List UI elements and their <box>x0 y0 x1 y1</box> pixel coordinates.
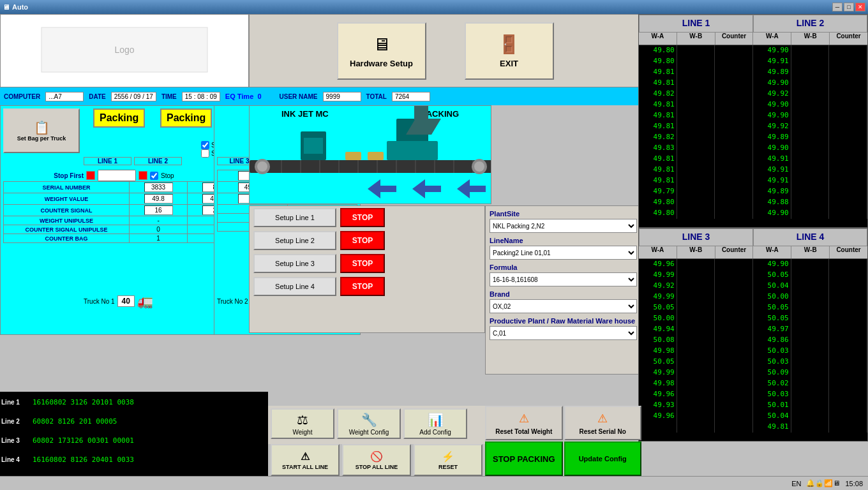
l3-wa: W-A <box>639 246 677 258</box>
line2-col-header: LINE 2 <box>134 157 182 165</box>
line-data-cell <box>677 132 715 143</box>
reset-serial-no-button[interactable]: ⚠ Reset Serial No <box>564 406 642 440</box>
line4-title: LINE 4 <box>753 228 867 246</box>
line-data-cell <box>677 281 715 292</box>
line-data-cell <box>791 302 830 313</box>
line-data-cell: 50.03 <box>753 357 791 368</box>
formula-select[interactable]: 16-16-8,161608 <box>490 272 637 286</box>
setup-line1-button[interactable]: Setup Line 1 <box>253 208 336 227</box>
counter-uni-row: COUNTER SIGNAL UNIPULSE 0 0 <box>4 225 246 234</box>
line12-panel: LINE 1 LINE 2 W-A W-B Counter W-A W-B Co… <box>638 14 868 228</box>
brand-select[interactable]: OX,02 <box>490 299 637 313</box>
line-data-cell: 49.91 <box>753 56 791 67</box>
reset-button[interactable]: ⚡ RESET <box>414 444 483 476</box>
add-config-button[interactable]: 📊 Add Config <box>403 408 467 439</box>
setup-line4-button[interactable]: Setup Line 4 <box>253 277 336 296</box>
update-config-button[interactable]: Update Config <box>564 442 642 476</box>
stop-check-2[interactable] <box>150 172 158 180</box>
line-data-cell: 49.81 <box>639 165 677 175</box>
line-data-cell <box>829 154 867 165</box>
line-data-cell <box>715 411 753 422</box>
line-data-row: 49.8149.92 <box>639 121 867 132</box>
line-data-cell: 49.81 <box>753 422 791 433</box>
line-data-cell: 49.96 <box>639 389 677 400</box>
setup-line2-button[interactable]: Setup Line 2 <box>253 231 336 250</box>
warning-icon-1: ⚠ <box>519 412 529 426</box>
counter-uni-l1: 0 <box>130 225 188 234</box>
weight-l1-input[interactable] <box>144 194 173 204</box>
weight-config-button[interactable]: 🔧 Weight Config <box>337 408 401 439</box>
line-data-cell: 50.03 <box>753 389 791 400</box>
stop-packing-button[interactable]: STOP PACKING <box>485 442 563 476</box>
line-name-select[interactable]: Packing2 Line 01,01 <box>490 246 637 260</box>
close-button[interactable]: ✕ <box>855 3 865 11</box>
line-data-cell: 49.80 <box>639 197 677 208</box>
system-time: 15:08 <box>845 480 863 487</box>
stop-all-line-button[interactable]: 🚫 STOP ALL LINE <box>342 444 411 476</box>
line-data-cell <box>677 208 715 219</box>
plant-site-select[interactable]: NKL Packing 2,N2 <box>490 219 637 233</box>
serial-l1 <box>130 182 188 193</box>
logo-svg: Logo <box>29 21 220 78</box>
exit-button[interactable]: 🚪 EXIT <box>465 22 554 80</box>
counter-l1-input[interactable] <box>144 205 173 215</box>
start-all-line-button[interactable]: ⚠ START ALL LINE <box>271 444 340 476</box>
line-data-cell <box>791 422 830 433</box>
show-limits-checkbox[interactable] <box>201 141 209 149</box>
line-data-row: 49.9650.03 <box>639 389 867 400</box>
start-all-icon: ⚠ <box>301 450 310 463</box>
warning-icon-2: ⚠ <box>597 412 608 426</box>
monitor-line1-data: 16160802 3126 20101 0038 <box>30 393 267 411</box>
stop-line4-button[interactable]: STOP <box>340 277 385 296</box>
line-data-cell: 49.86 <box>753 335 791 346</box>
weight-config-label: Weight Config <box>349 429 389 436</box>
process-area: INK JET MC PACKING <box>249 105 491 204</box>
set-bag-per-truck-button[interactable]: 📋 Set Bag per Truck <box>3 108 80 153</box>
set-bag-label: Set Bag per Truck <box>17 135 66 142</box>
stop-truck-checkbox[interactable] <box>201 149 209 158</box>
line-data-cell: 50.05 <box>753 270 791 281</box>
line-data-cell: 49.93 <box>639 400 677 411</box>
serial-l1-input[interactable] <box>144 182 173 192</box>
c-uni-val-1: 0 <box>156 226 160 233</box>
reset-total-weight-button[interactable]: ⚠ Reset Total Weight <box>485 406 563 440</box>
line-data-cell <box>829 186 867 197</box>
stop-indicator-1 <box>86 171 95 180</box>
titlebar-controls: ─ □ ✕ <box>832 3 865 11</box>
maximize-button[interactable]: □ <box>844 3 854 11</box>
line-data-cell <box>829 324 867 335</box>
line-data-cell: 49.79 <box>639 186 677 197</box>
time-label: TIME <box>161 93 177 100</box>
stop-line3-button[interactable]: STOP <box>340 254 385 273</box>
stop-line2-button[interactable]: STOP <box>340 231 385 250</box>
reset-label: RESET <box>438 464 458 470</box>
minimize-button[interactable]: ─ <box>832 3 842 11</box>
weight-label: Weight <box>293 429 313 436</box>
line-data-cell <box>791 143 830 154</box>
stop-line1-button[interactable]: STOP <box>340 208 385 227</box>
stop-first-input-1[interactable] <box>98 170 136 181</box>
weight-config-icon: 🔧 <box>361 412 377 427</box>
productive-select[interactable]: C,01 <box>490 326 637 340</box>
line-data-cell <box>791 270 830 281</box>
line-data-cell <box>791 89 830 100</box>
line-data-cell: 49.94 <box>639 324 677 335</box>
line-data-cell: 49.92 <box>639 281 677 292</box>
setup-line3-button[interactable]: Setup Line 3 <box>253 254 336 273</box>
line-data-cell <box>829 100 867 110</box>
line-data-row: 49.8049.91 <box>639 56 867 67</box>
weight-uni-row: WEIGHT UNIPULSE - - <box>4 216 246 225</box>
hardware-setup-button[interactable]: 🖥 Hardware Setup <box>337 22 426 80</box>
line-data-cell: 49.81 <box>639 154 677 165</box>
line-data-cell <box>677 78 715 89</box>
username-label: USER NAME <box>280 93 318 100</box>
line-data-cell <box>791 121 830 132</box>
status-right: EN 🔔🔒📶🖥 15:08 <box>791 479 863 487</box>
weight-button[interactable]: ⚖ Weight <box>271 408 334 439</box>
line-data-row: 49.8149.90 <box>639 110 867 121</box>
monitor-line1-label: Line 1 <box>1 399 30 406</box>
line-data-row: 49.8049.90 <box>639 208 867 219</box>
truck2-label: Truck No 2 <box>217 298 248 305</box>
truck1-icon: 🚛 <box>137 293 153 309</box>
computer-label: COMPUTER <box>4 93 40 100</box>
